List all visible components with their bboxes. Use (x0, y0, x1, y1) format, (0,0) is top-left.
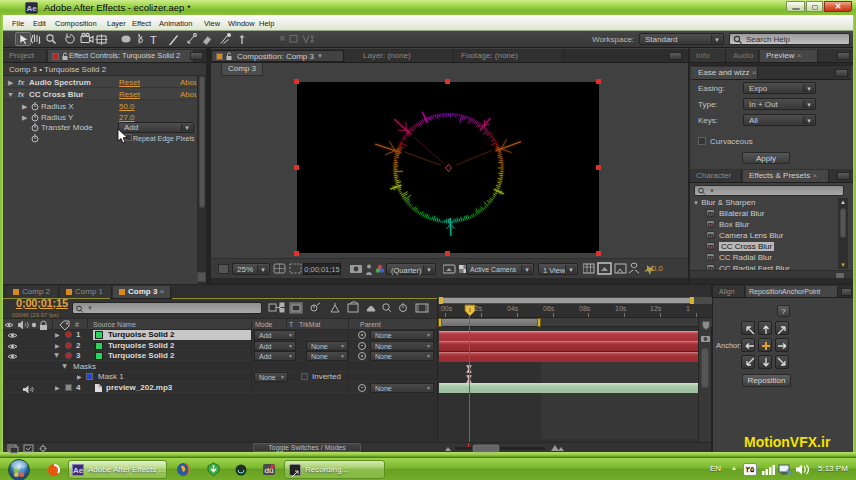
svg-text:T: T (150, 34, 157, 46)
